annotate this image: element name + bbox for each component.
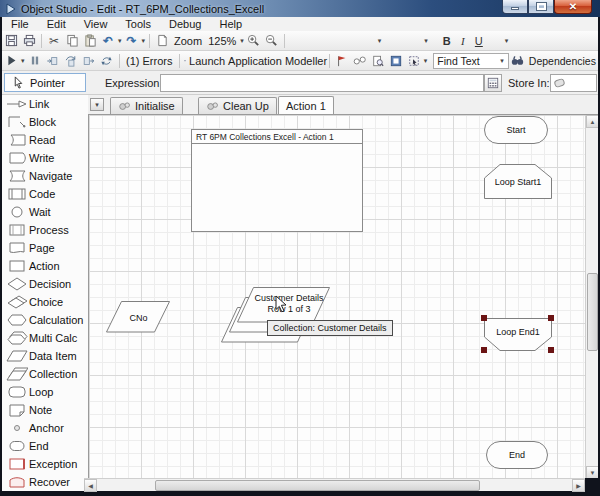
breakpoint-button[interactable] — [333, 52, 351, 70]
find-text-combo[interactable]: Find Text ▾ — [433, 53, 508, 69]
font-size-dropdown[interactable]: ▾ — [424, 37, 428, 45]
menu-tools[interactable]: Tools — [116, 18, 160, 30]
horizontal-scrollbar[interactable]: ◀ ▶ — [84, 478, 585, 491]
zoom-in-button[interactable] — [245, 32, 263, 50]
menu-help[interactable]: Help — [210, 18, 251, 30]
selection-handle[interactable] — [481, 347, 487, 353]
sidebar-item-page[interactable]: Page — [2, 239, 88, 257]
page-snapshot-button[interactable] — [153, 32, 171, 50]
font-color-dropdown[interactable]: ▾ — [505, 37, 509, 45]
menu-edit[interactable]: Edit — [38, 18, 75, 30]
play-button[interactable] — [2, 52, 20, 70]
redo-button[interactable]: ↷ — [123, 32, 141, 50]
menu-debug[interactable]: Debug — [160, 18, 210, 30]
font-name-dropdown[interactable]: ▾ — [378, 37, 382, 45]
zoom-dropdown[interactable]: ▾ — [240, 37, 244, 45]
selector-button[interactable] — [405, 52, 423, 70]
menu-file[interactable]: File — [2, 18, 38, 30]
undo-dropdown[interactable]: ▾ — [118, 37, 122, 45]
watch-button[interactable] — [351, 52, 369, 70]
dependencies-button[interactable]: Dependencies — [527, 52, 598, 70]
selection-handle[interactable] — [481, 315, 487, 321]
redo-dropdown[interactable]: ▾ — [142, 37, 146, 45]
scroll-down-button[interactable]: ▼ — [586, 466, 598, 478]
step-in-button[interactable] — [44, 52, 62, 70]
gears-icon — [206, 101, 219, 112]
collection-row-indicator: Row 1 of 3 — [241, 304, 337, 315]
title-bar[interactable]: Object Studio - Edit - RT_6PM_Collection… — [0, 0, 600, 17]
vertical-scrollbar[interactable]: ▲ ▼ — [585, 115, 598, 478]
find-next-button[interactable] — [509, 52, 527, 70]
sidebar-item-exception[interactable]: Exception — [2, 455, 88, 473]
sidebar-item-code[interactable]: Code — [2, 185, 88, 203]
pointer-tool-button[interactable]: Pointer — [4, 73, 86, 92]
save-button[interactable] — [2, 32, 20, 50]
maximize-button[interactable] — [528, 0, 554, 14]
step-over-button[interactable] — [62, 52, 80, 70]
sidebar-item-end[interactable]: End — [2, 437, 88, 455]
scroll-up-button[interactable]: ▲ — [586, 115, 598, 128]
expression-editor-button[interactable] — [484, 74, 502, 92]
sidebar-item-collection[interactable]: Collection — [2, 365, 88, 383]
sidebar-item-write[interactable]: Write — [2, 149, 88, 167]
sidebar-item-navigate[interactable]: Navigate — [2, 167, 88, 185]
highlight-button[interactable] — [387, 52, 405, 70]
tab-initialise[interactable]: Initialise — [110, 97, 183, 114]
bold-button[interactable]: B — [439, 35, 455, 47]
sidebar-item-wait[interactable]: Wait — [2, 203, 88, 221]
sidebar-item-read[interactable]: Read — [2, 131, 88, 149]
play-dropdown[interactable]: ▾ — [21, 57, 25, 65]
errors-button[interactable]: (1) Errors — [122, 52, 176, 70]
underline-button[interactable]: U — [471, 35, 487, 47]
launch-button[interactable]: Launch — [183, 52, 229, 70]
find-in-page-button[interactable] — [369, 52, 387, 70]
sidebar-item-choice[interactable]: Choice — [2, 293, 88, 311]
cut-button[interactable]: ✂ — [45, 32, 63, 50]
expression-input[interactable] — [160, 74, 484, 92]
sidebar-item-anchor[interactable]: Anchor — [2, 419, 88, 437]
tab-action-1[interactable]: Action 1 — [278, 96, 334, 114]
selection-handle[interactable] — [548, 347, 554, 353]
find-text-dropdown[interactable]: ▾ — [500, 57, 504, 65]
copy-button[interactable] — [63, 32, 81, 50]
reset-button[interactable] — [98, 52, 116, 70]
close-button[interactable]: ✕ — [554, 0, 592, 14]
selection-handle[interactable] — [548, 315, 554, 321]
wait-icon — [5, 205, 29, 219]
tab-list-dropdown[interactable]: ▾ — [90, 98, 104, 111]
tab-clean-up[interactable]: Clean Up — [198, 97, 277, 114]
menu-view[interactable]: View — [75, 18, 117, 30]
scroll-left-button[interactable]: ◀ — [84, 479, 97, 492]
sidebar-item-decision[interactable]: Decision — [2, 275, 88, 293]
horizontal-scroll-thumb[interactable] — [155, 480, 480, 491]
flow-canvas[interactable]: RT 6PM Collections Excell - Action 1 Sta… — [88, 114, 598, 478]
sidebar-item-note[interactable]: Note — [2, 401, 88, 419]
start-node[interactable]: Start — [484, 116, 548, 144]
undo-button[interactable]: ↶ — [99, 32, 117, 50]
sidebar-item-process[interactable]: Process — [2, 221, 88, 239]
zoom-out-button[interactable] — [263, 32, 281, 50]
node-label: Start — [506, 125, 525, 135]
minimize-button[interactable] — [502, 0, 528, 14]
print-button[interactable] — [20, 32, 38, 50]
sidebar-item-recover[interactable]: Recover — [2, 473, 88, 491]
page-info-box[interactable]: RT 6PM Collections Excell - Action 1 — [191, 129, 363, 232]
paste-button[interactable] — [81, 32, 99, 50]
step-out-button[interactable] — [80, 52, 98, 70]
selector-dropdown[interactable]: ▾ — [424, 57, 428, 65]
sidebar-item-block[interactable]: Block — [2, 113, 88, 131]
vertical-scroll-thumb[interactable] — [587, 273, 598, 351]
sidebar-item-multi-calc[interactable]: Multi Calc — [2, 329, 88, 347]
scroll-right-button[interactable]: ▶ — [572, 479, 585, 492]
end-node[interactable]: End — [486, 441, 548, 469]
sidebar-item-data-item[interactable]: Data Item — [2, 347, 88, 365]
sidebar-item-loop[interactable]: Loop — [2, 383, 88, 401]
store-in-field[interactable] — [550, 74, 597, 92]
sidebar-item-link[interactable]: Link — [2, 95, 88, 113]
pause-button[interactable] — [26, 52, 44, 70]
sidebar-item-action[interactable]: Action — [2, 257, 88, 275]
application-modeller-button[interactable]: Application Modeller — [229, 52, 326, 70]
sidebar-item-calculation[interactable]: Calculation — [2, 311, 88, 329]
zoom-value[interactable]: 125% — [205, 35, 239, 47]
italic-button[interactable]: I — [455, 35, 471, 47]
